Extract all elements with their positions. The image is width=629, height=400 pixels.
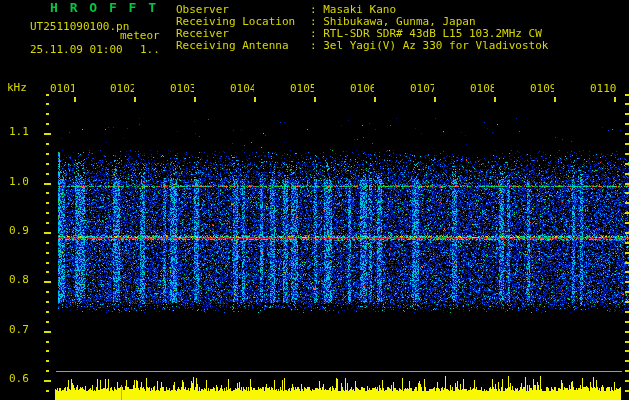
filename-label: UT2511090100.pn — [30, 21, 129, 33]
mode-label: meteor — [120, 30, 160, 42]
info-value: 3el Yagi(V) Az 330 for Vladivostok — [323, 39, 548, 52]
freq-axis-unit: kHz — [7, 82, 27, 94]
time-tick-label: 0106 — [350, 83, 374, 95]
freq-tick-label: 1.1 — [9, 126, 29, 138]
time-tick-label: 0109 — [530, 83, 554, 95]
freq-tick-label: 0.6 — [9, 373, 29, 385]
counter-label: 1.. — [140, 44, 160, 56]
time-tick-label: 0105 — [290, 83, 314, 95]
freq-tick-label: 0.8 — [9, 274, 29, 286]
time-tick-label: 0102 — [110, 83, 134, 95]
time-tick-label: 0107 — [410, 83, 434, 95]
spectrogram-canvas — [0, 0, 629, 400]
info-colon: : — [310, 39, 323, 52]
time-tick-label: 0110 — [590, 83, 617, 95]
time-tick-label: 0104 — [230, 83, 254, 95]
freq-tick-label: 0.9 — [9, 225, 29, 237]
hrofft-screen: H R O F F T UT2511090100.pn meteor 25.11… — [0, 0, 629, 400]
freq-tick-label: 1.0 — [9, 176, 29, 188]
time-tick-label: 0101 — [50, 83, 74, 95]
info-row-antenna: Receiving Antenna: 3el Yagi(V) Az 330 fo… — [176, 40, 548, 52]
freq-tick-label: 0.7 — [9, 324, 29, 336]
datetime-label: 25.11.09 01:00 — [30, 44, 123, 56]
time-tick-label: 0103 — [170, 83, 194, 95]
app-title: H R O F F T — [50, 2, 158, 14]
info-label: Receiving Antenna — [176, 40, 310, 52]
time-tick-label: 0108 — [470, 83, 494, 95]
